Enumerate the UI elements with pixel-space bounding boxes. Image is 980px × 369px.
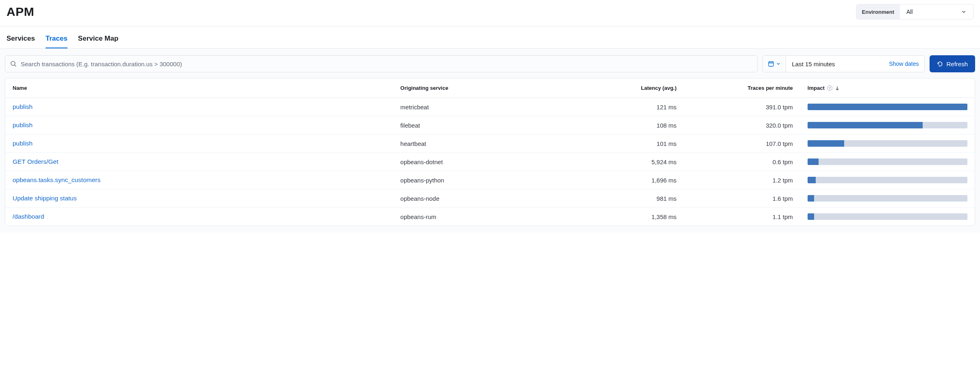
cell-latency: 981 ms xyxy=(568,189,684,208)
environment-value: All xyxy=(906,9,913,15)
date-picker: Last 15 minutes Show dates xyxy=(762,55,925,72)
cell-latency: 101 ms xyxy=(568,135,684,153)
content-area: Last 15 minutes Show dates Refresh Name … xyxy=(0,48,980,232)
impact-fill xyxy=(808,104,967,110)
cell-name: GET Orders/Get xyxy=(5,153,393,171)
trace-link[interactable]: publish xyxy=(13,103,33,110)
cell-service: metricbeat xyxy=(393,98,568,116)
cell-service: opbeans-python xyxy=(393,171,568,189)
cell-name: publish xyxy=(5,135,393,153)
svg-point-0 xyxy=(11,61,15,65)
tab-traces[interactable]: Traces xyxy=(46,35,68,48)
cell-tpm: 0.6 tpm xyxy=(684,153,800,171)
controls-row: Last 15 minutes Show dates Refresh xyxy=(5,55,975,72)
page-title: APM xyxy=(7,5,34,19)
cell-impact xyxy=(800,171,975,189)
table-row: Update shipping statusopbeans-node981 ms… xyxy=(5,189,975,208)
col-tpm[interactable]: Traces per minute xyxy=(684,78,800,98)
cell-name: opbeans.tasks.sync_customers xyxy=(5,171,393,189)
cell-tpm: 1.2 tpm xyxy=(684,171,800,189)
cell-service: opbeans-node xyxy=(393,189,568,208)
environment-label: Environment xyxy=(856,4,900,19)
impact-bar xyxy=(808,213,967,220)
impact-bar xyxy=(808,140,967,147)
cell-latency: 1,358 ms xyxy=(568,208,684,226)
chevron-down-icon xyxy=(961,9,967,15)
col-impact-label: Impact xyxy=(808,85,825,91)
impact-fill xyxy=(808,122,923,128)
cell-latency: 1,696 ms xyxy=(568,171,684,189)
table-header-row: Name Originating service Latency (avg.) … xyxy=(5,78,975,98)
date-picker-toggle[interactable] xyxy=(763,56,786,72)
cell-service: opbeans-rum xyxy=(393,208,568,226)
cell-service: opbeans-dotnet xyxy=(393,153,568,171)
col-latency[interactable]: Latency (avg.) xyxy=(568,78,684,98)
col-name[interactable]: Name xyxy=(5,78,393,98)
impact-fill xyxy=(808,195,814,202)
trace-link[interactable]: publish xyxy=(13,140,33,147)
chevron-down-icon xyxy=(776,61,781,66)
table-row: publishfilebeat108 ms320.0 tpm xyxy=(5,116,975,135)
cell-tpm: 107.0 tpm xyxy=(684,135,800,153)
trace-link[interactable]: opbeans.tasks.sync_customers xyxy=(13,176,100,183)
col-service[interactable]: Originating service xyxy=(393,78,568,98)
refresh-label: Refresh xyxy=(946,61,968,67)
impact-fill xyxy=(808,158,819,165)
impact-fill xyxy=(808,140,844,147)
cell-impact xyxy=(800,153,975,171)
cell-impact xyxy=(800,208,975,226)
header: APM Environment All xyxy=(0,0,980,26)
sort-desc-icon xyxy=(835,86,840,91)
environment-selector[interactable]: Environment All xyxy=(856,4,973,20)
refresh-icon xyxy=(937,61,943,67)
search-input[interactable] xyxy=(17,61,752,67)
tab-services[interactable]: Services xyxy=(7,35,35,48)
col-impact[interactable]: Impact ? xyxy=(800,78,975,98)
cell-latency: 121 ms xyxy=(568,98,684,116)
traces-table: Name Originating service Latency (avg.) … xyxy=(5,78,975,226)
impact-bar xyxy=(808,104,967,110)
impact-fill xyxy=(808,213,814,220)
cell-tpm: 391.0 tpm xyxy=(684,98,800,116)
svg-rect-1 xyxy=(769,62,773,66)
refresh-button[interactable]: Refresh xyxy=(930,55,975,72)
trace-link[interactable]: /dashboard xyxy=(13,213,44,220)
trace-link[interactable]: publish xyxy=(13,122,33,128)
date-picker-value-wrap[interactable]: Last 15 minutes Show dates xyxy=(786,56,924,72)
impact-fill xyxy=(808,177,816,183)
search-icon xyxy=(10,61,17,67)
environment-value-wrap[interactable]: All xyxy=(900,4,973,19)
cell-service: filebeat xyxy=(393,116,568,135)
table-row: publishheartbeat101 ms107.0 tpm xyxy=(5,135,975,153)
table-row: publishmetricbeat121 ms391.0 tpm xyxy=(5,98,975,116)
cell-latency: 5,924 ms xyxy=(568,153,684,171)
cell-name: /dashboard xyxy=(5,208,393,226)
trace-link[interactable]: GET Orders/Get xyxy=(13,158,59,165)
table-row: /dashboardopbeans-rum1,358 ms1.1 tpm xyxy=(5,208,975,226)
date-picker-value: Last 15 minutes xyxy=(792,61,835,67)
cell-impact xyxy=(800,135,975,153)
impact-bar xyxy=(808,177,967,183)
info-icon[interactable]: ? xyxy=(827,85,832,91)
cell-tpm: 320.0 tpm xyxy=(684,116,800,135)
impact-bar xyxy=(808,195,967,202)
cell-name: publish xyxy=(5,116,393,135)
impact-bar xyxy=(808,122,967,128)
show-dates-link[interactable]: Show dates xyxy=(889,61,919,67)
cell-service: heartbeat xyxy=(393,135,568,153)
tabs: ServicesTracesService Map xyxy=(0,26,980,48)
cell-impact xyxy=(800,98,975,116)
trace-link[interactable]: Update shipping status xyxy=(13,195,77,202)
calendar-icon xyxy=(768,61,774,67)
cell-latency: 108 ms xyxy=(568,116,684,135)
cell-tpm: 1.6 tpm xyxy=(684,189,800,208)
impact-bar xyxy=(808,158,967,165)
search-box[interactable] xyxy=(5,55,758,72)
table-row: opbeans.tasks.sync_customersopbeans-pyth… xyxy=(5,171,975,189)
traces-table-panel: Name Originating service Latency (avg.) … xyxy=(5,78,975,226)
cell-name: publish xyxy=(5,98,393,116)
cell-tpm: 1.1 tpm xyxy=(684,208,800,226)
cell-impact xyxy=(800,189,975,208)
tab-service-map[interactable]: Service Map xyxy=(78,35,118,48)
table-row: GET Orders/Getopbeans-dotnet5,924 ms0.6 … xyxy=(5,153,975,171)
